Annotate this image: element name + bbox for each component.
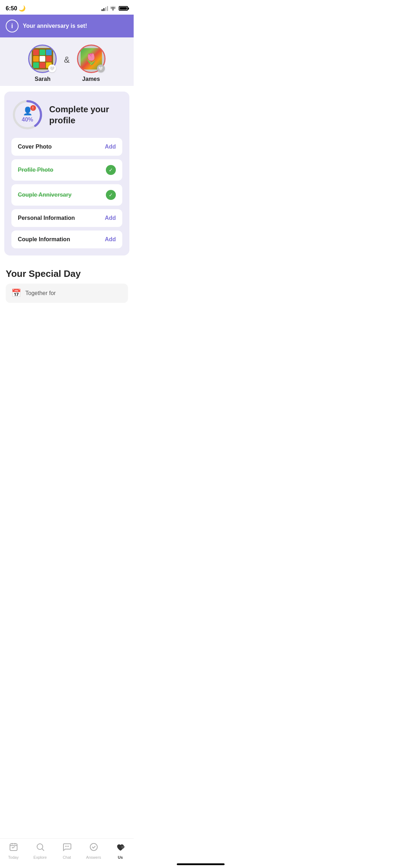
heart-badge-icon: 🤍 [50,66,55,71]
together-for-text: Together for [25,290,56,296]
anniversary-label: Couple Anniversary [18,192,72,198]
profile-item-anniversary: Couple Anniversary ✓ [11,184,122,206]
heart-badge-grey-icon: 🤍 [98,66,103,71]
couple-separator: & [64,55,70,65]
signal-icon [102,6,108,11]
couple-section: 🤍 Sarah & 🌷 🤍 James [0,37,134,86]
profile-item-personal-info[interactable]: Personal Information Add [11,209,122,227]
partner-2[interactable]: 🌷 🤍 James [77,45,106,82]
partner-1-badge: 🤍 [48,64,56,72]
status-bar: 6:50 🌙 [0,0,134,15]
profile-photo-check: ✓ [106,165,116,175]
partner-1-name: Sarah [35,76,50,82]
couple-info-action[interactable]: Add [105,236,116,243]
personal-info-action[interactable]: Add [105,215,116,221]
profile-items-list: Cover Photo Add Profile Photo ✓ Couple A… [11,138,122,248]
status-time: 6:50 🌙 [6,5,26,12]
wifi-icon [110,6,116,11]
warning-badge: ! [30,105,36,111]
partner-1-avatar-wrapper: 🤍 [28,45,57,73]
special-day-section: Your Special Day 📅 Together for [0,261,134,306]
progress-circle: 👤 ! 40% [11,99,43,131]
profile-card-header: 👤 ! 40% Complete yourprofile [11,99,122,131]
special-day-title: Your Special Day [6,268,128,279]
person-icon: 👤 ! [23,107,32,116]
anniversary-check: ✓ [106,190,116,200]
together-for-card: 📅 Together for [6,284,128,303]
cover-photo-label: Cover Photo [18,144,52,150]
profile-item-couple-info[interactable]: Couple Information Add [11,231,122,248]
profile-card-title: Complete yourprofile [49,104,109,126]
partner-1[interactable]: 🤍 Sarah [28,45,57,82]
notification-text: Your anniversary is set! [23,23,87,29]
status-icons [102,6,128,11]
moon-icon: 🌙 [19,5,26,11]
partner-2-badge: 🤍 [97,64,105,72]
cover-photo-action[interactable]: Add [105,144,116,150]
profile-photo-label: Profile Photo [18,167,53,173]
notification-banner: i Your anniversary is set! [0,15,134,37]
profile-completion-card: 👤 ! 40% Complete yourprofile Cover Photo… [4,92,129,255]
battery-icon [119,6,128,11]
progress-percent: 40% [22,117,33,123]
couple-info-label: Couple Information [18,236,70,243]
profile-item-cover-photo[interactable]: Cover Photo Add [11,138,122,156]
info-icon: i [6,20,19,32]
personal-info-label: Personal Information [18,215,75,221]
partner-2-name: James [82,76,100,82]
partner-2-avatar-wrapper: 🌷 🤍 [77,45,106,73]
calendar-icon: 📅 [11,289,21,298]
profile-item-profile-photo: Profile Photo ✓ [11,159,122,181]
progress-inner: 👤 ! 40% [22,107,33,123]
